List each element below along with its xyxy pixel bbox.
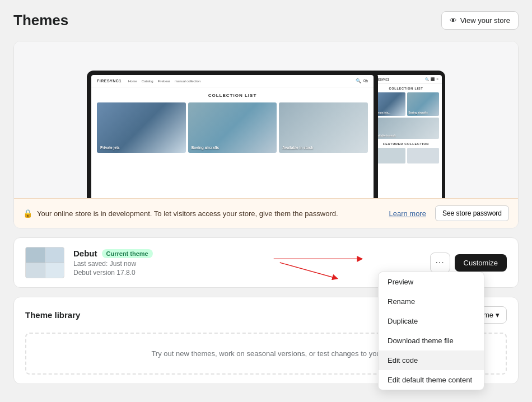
eye-icon: 👁 xyxy=(450,16,457,25)
thumb-cell-3 xyxy=(26,263,45,278)
thumb-cell-4 xyxy=(45,263,64,278)
mobile-mockup: FIRESYNC1 🔍 ⬛ ≡ COLLECTION LIST Private … xyxy=(367,71,445,198)
theme-dropdown-menu: Preview Rename Duplicate Download theme … xyxy=(378,272,484,390)
screen-collection-grid: Private jets Boeing aircrafts Available … xyxy=(91,102,374,158)
screen-collection-title: COLLECTION LIST xyxy=(91,87,374,102)
theme-more-button[interactable]: ··· xyxy=(430,253,450,273)
dropdown-item-rename[interactable]: Rename xyxy=(379,292,484,311)
theme-version: Debut version 17.8.0 xyxy=(73,269,421,277)
mobile-screen: FIRESYNC1 🔍 ⬛ ≡ COLLECTION LIST Private … xyxy=(370,75,442,198)
dropdown-edit-content-label: Edit default theme content xyxy=(388,376,472,384)
dropdown-item-edit-code[interactable]: Edit code xyxy=(379,350,484,370)
theme-meta: Debut Current theme Last saved: Just now… xyxy=(73,249,421,277)
page-title: Themes xyxy=(13,12,68,29)
theme-name-row: Debut Current theme xyxy=(73,249,421,258)
mobile-grid: Private jets... Boeing aircrafts Availab… xyxy=(370,92,442,139)
theme-thumbnail xyxy=(25,247,64,278)
dropdown-edit-code-label: Edit code xyxy=(388,356,418,364)
collection-item-2: Boeing aircrafts xyxy=(188,102,277,153)
preview-area: FIRESYNC1 Home Catalog Firebear manual c… xyxy=(14,41,518,198)
mobile-item-2: Boeing aircrafts xyxy=(407,92,440,116)
dropdown-duplicate-label: Duplicate xyxy=(388,317,418,325)
dropdown-item-preview[interactable]: Preview xyxy=(379,272,484,292)
themes-page: Themes 👁 View your store FIRESYNC1 Home … xyxy=(0,0,532,402)
mobile-item-3: Available in stock xyxy=(373,118,439,139)
dropdown-item-edit-content[interactable]: Edit default theme content xyxy=(379,370,484,390)
screen-nav-links: Home Catalog Firebear manual collection xyxy=(128,80,200,83)
preview-card: FIRESYNC1 Home Catalog Firebear manual c… xyxy=(13,41,519,228)
thumb-cell-1 xyxy=(26,247,45,263)
theme-name: Debut xyxy=(73,249,97,258)
banner-text: Your online store is in development. To … xyxy=(37,209,384,218)
desktop-mockup: FIRESYNC1 Home Catalog Firebear manual c… xyxy=(87,71,378,198)
collection-item-3: Available in stock xyxy=(279,102,368,153)
mobile-nav: FIRESYNC1 🔍 ⬛ ≡ xyxy=(370,75,442,84)
item-label-1: Private jets xyxy=(100,146,120,149)
collection-item-1: Private jets xyxy=(97,102,186,153)
desktop-screen: FIRESYNC1 Home Catalog Firebear manual c… xyxy=(91,75,374,198)
page-header: Themes 👁 View your store xyxy=(13,11,519,30)
mobile-nav-icons: 🔍 ⬛ ≡ xyxy=(425,77,438,81)
theme-actions: ··· Customize xyxy=(430,253,507,273)
mobile-featured-title: FEATURED COLLECTION xyxy=(370,139,442,148)
chevron-down-icon: ▾ xyxy=(496,311,500,319)
screen-nav: FIRESYNC1 Home Catalog Firebear manual c… xyxy=(91,75,374,87)
customize-button[interactable]: Customize xyxy=(455,254,507,272)
item-label-3: Available in stock xyxy=(282,146,313,149)
mobile-featured-row xyxy=(370,148,442,163)
library-title: Theme library xyxy=(25,310,80,320)
library-empty-text: Try out new themes, work on seasonal ver… xyxy=(151,349,380,358)
dropdown-download-label: Download theme file xyxy=(388,336,454,345)
dropdown-rename-label: Rename xyxy=(388,297,415,306)
view-store-button[interactable]: 👁 View your store xyxy=(441,11,519,30)
password-banner: 🔒 Your online store is in development. T… xyxy=(14,198,518,228)
see-store-password-button[interactable]: See store password xyxy=(435,205,509,221)
theme-saved: Last saved: Just now xyxy=(73,260,421,268)
current-theme-section: Debut Current theme Last saved: Just now… xyxy=(13,237,519,288)
thumb-cell-2 xyxy=(45,247,64,263)
mobile-collection-title: COLLECTION LIST xyxy=(370,84,442,92)
screen-nav-icons: 🔍 🛍 xyxy=(356,78,368,83)
mobile-item-label-2: Boeing aircrafts xyxy=(409,111,428,114)
dropdown-item-download[interactable]: Download theme file xyxy=(379,331,484,350)
dropdown-preview-label: Preview xyxy=(388,278,413,286)
learn-more-link[interactable]: Learn more xyxy=(389,209,426,218)
mobile-featured-item-2 xyxy=(407,148,440,163)
view-store-label: View your store xyxy=(460,16,510,25)
dropdown-item-duplicate[interactable]: Duplicate xyxy=(379,311,484,331)
lock-icon: 🔒 xyxy=(23,209,32,218)
item-label-2: Boeing aircrafts xyxy=(192,146,220,149)
current-theme-badge: Current theme xyxy=(102,249,153,258)
screen-logo: FIRESYNC1 xyxy=(97,79,122,83)
